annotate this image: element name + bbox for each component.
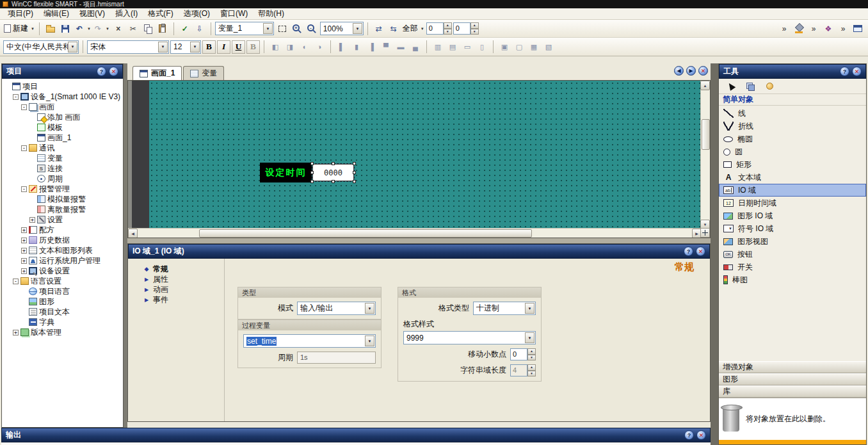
toolbar-button[interactable] <box>762 79 776 93</box>
spinner-up-icon[interactable]: ▲ <box>470 22 479 29</box>
toolbar-button[interactable] <box>275 22 289 36</box>
tree-item[interactable]: 项目文本 <box>3 307 123 317</box>
scrollbar-thumb[interactable] <box>199 229 532 238</box>
toolbar-button[interactable] <box>379 40 393 54</box>
toolbar-button[interactable] <box>305 22 319 36</box>
tool-item[interactable]: 日期时间域 <box>719 197 866 209</box>
tree-expander[interactable]: - <box>13 94 19 100</box>
close-panel-button[interactable]: ✕ <box>852 67 862 76</box>
panel-splitter[interactable] <box>711 63 718 445</box>
chevron-down-icon[interactable]: ▼ <box>525 303 534 314</box>
toolbar-button[interactable] <box>807 22 821 36</box>
properties-nav-item[interactable]: 事件 <box>128 295 224 305</box>
tree-item[interactable]: 项目语言 <box>3 286 123 296</box>
help-pin-button[interactable]: ? <box>840 67 849 76</box>
canvas-horizontal-scrollbar[interactable]: ◀ ▶ <box>128 228 702 238</box>
tree-expander[interactable]: + <box>21 238 27 243</box>
editor-tab[interactable]: 画面_1 <box>133 66 182 80</box>
toolbar-button[interactable] <box>821 22 835 36</box>
selection-handle[interactable] <box>310 171 314 174</box>
toolbar-button[interactable] <box>446 40 460 54</box>
tree-item[interactable]: 离散量报警 <box>3 204 123 214</box>
x-position-value[interactable]: 0 <box>426 22 444 35</box>
toolbar-button[interactable] <box>290 22 304 36</box>
format-type-combobox[interactable]: 十进制 ▼ <box>473 302 536 315</box>
chevron-down-icon[interactable]: ▼ <box>353 23 362 34</box>
toolbar-button[interactable] <box>527 40 541 54</box>
selection-handle[interactable] <box>353 180 356 183</box>
toolbar-button[interactable] <box>475 40 489 54</box>
menu-item[interactable]: 插入(I) <box>110 8 143 20</box>
zoom-combobox[interactable]: 100% ▼ <box>320 22 364 35</box>
canvas-vertical-scrollbar[interactable]: ▲ ▼ <box>700 81 710 229</box>
tree-expander[interactable]: - <box>21 145 27 151</box>
properties-nav-item[interactable]: 常规 <box>128 264 224 274</box>
toolbar-button[interactable] <box>387 22 401 36</box>
pan-button[interactable] <box>700 228 710 238</box>
mode-combobox[interactable]: 输入/输出 ▼ <box>297 302 376 315</box>
toolbar-button[interactable] <box>743 79 757 93</box>
toolbar-button[interactable] <box>58 22 72 36</box>
toolbar-button[interactable] <box>44 22 58 36</box>
tree-expander[interactable]: + <box>21 248 27 254</box>
toolbar-button[interactable] <box>298 40 312 54</box>
toolbar-button[interactable] <box>724 79 738 93</box>
toolbar-button[interactable] <box>111 22 125 36</box>
close-panel-button[interactable]: ✕ <box>696 430 706 440</box>
properties-nav-item[interactable]: 属性 <box>128 274 224 284</box>
scroll-left-icon[interactable]: ◀ <box>128 229 138 238</box>
chevron-down-icon[interactable]: ▼ <box>158 42 168 53</box>
toolbar-button[interactable] <box>312 40 326 54</box>
process-tag-combobox[interactable]: set_time ▼ <box>243 334 376 348</box>
toolbar-button[interactable] <box>335 40 349 54</box>
help-pin-button[interactable]: ? <box>684 430 694 440</box>
tool-item[interactable]: 符号 IO 域 <box>719 222 866 235</box>
help-pin-button[interactable]: ? <box>684 247 693 256</box>
simple-objects-section[interactable]: 简单对象 <box>719 94 866 106</box>
toolbar-button[interactable] <box>792 22 806 36</box>
tree-item[interactable]: 连接 <box>3 163 123 174</box>
tree-expander[interactable]: - <box>21 186 27 192</box>
toolbar-button[interactable] <box>408 40 422 54</box>
tree-item[interactable]: + 设备设置 <box>3 266 123 276</box>
toolbar-button[interactable] <box>156 22 170 36</box>
tool-item[interactable]: 开关 <box>719 261 866 273</box>
hmi-screen[interactable]: 设定时间 0000 <box>149 81 700 229</box>
bold-button[interactable]: B <box>202 40 216 54</box>
tree-item[interactable]: + 配方 <box>3 225 123 235</box>
new-button[interactable]: 新建 ▼ <box>3 22 35 36</box>
close-panel-button[interactable]: ✕ <box>696 247 705 256</box>
tree-item[interactable]: 周期 <box>3 174 123 184</box>
x-position-spinner[interactable]: 0 ▲▼ <box>426 22 452 35</box>
delete-drop-area[interactable]: 将对象放置在此以删除。 <box>719 398 866 440</box>
tree-item[interactable]: 画面_1 <box>3 133 123 143</box>
tree-expander[interactable]: + <box>13 330 19 336</box>
properties-nav-item[interactable]: 动画 <box>128 284 224 295</box>
tool-item[interactable]: 按钮 <box>719 248 866 261</box>
toolbar-button[interactable] <box>193 22 207 36</box>
toolbar-button[interactable] <box>141 22 155 36</box>
selection-handle[interactable] <box>332 162 335 165</box>
chevron-down-icon[interactable]: ▼ <box>190 42 200 53</box>
tool-item[interactable]: 文本域 <box>719 171 866 184</box>
toolbar-button[interactable] <box>460 40 474 54</box>
chevron-down-icon[interactable]: ▼ <box>525 332 534 343</box>
close-panel-button[interactable]: ✕ <box>109 67 118 76</box>
tree-expander[interactable]: - <box>21 104 27 110</box>
section-bar[interactable]: 增强对象 <box>719 361 866 373</box>
toolbar-button[interactable]: ▼ <box>92 22 110 36</box>
tool-item[interactable]: 图形视图 <box>719 235 866 248</box>
toolbar-button[interactable] <box>836 22 850 36</box>
toolbar-button[interactable] <box>394 40 408 54</box>
tree-item[interactable]: 模板 <box>3 122 123 133</box>
tree-item[interactable]: + 历史数据 <box>3 235 123 245</box>
tree-item[interactable]: - 设备_1(Smart 1000 IE V3) <box>3 92 123 102</box>
toolbar-button[interactable] <box>512 40 526 54</box>
all-layers-button[interactable]: 全部 ▼ <box>402 22 425 36</box>
editor-tab[interactable]: 变量 <box>183 66 224 80</box>
toolbar-button[interactable] <box>372 22 386 36</box>
selection-handle[interactable] <box>353 171 356 174</box>
menu-item[interactable]: 项目(P) <box>3 8 38 20</box>
tab-scroll-left-button[interactable]: ◀ <box>674 66 684 76</box>
font-size-combobox[interactable]: 12 ▼ <box>170 40 201 54</box>
